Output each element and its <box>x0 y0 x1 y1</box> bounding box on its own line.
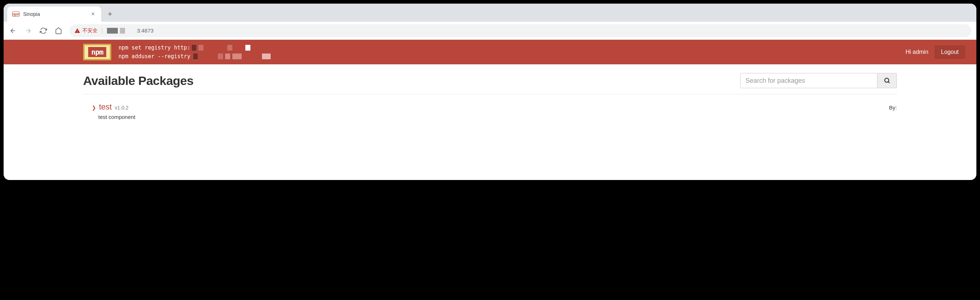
address-bar[interactable]: 不安全 3:4873 <box>69 24 971 37</box>
package-by-label: By: <box>889 104 897 111</box>
svg-line-1 <box>888 82 890 83</box>
tab-favicon-icon: npm <box>12 11 19 17</box>
browser-toolbar: 不安全 3:4873 <box>3 22 977 40</box>
insecure-label: 不安全 <box>83 27 97 34</box>
home-button[interactable] <box>54 27 63 34</box>
main-content: Available Packages ❯ test v1.0.2 By: tes… <box>3 64 977 180</box>
forward-button[interactable] <box>24 27 32 34</box>
search-input[interactable] <box>740 73 877 88</box>
home-icon <box>55 27 62 34</box>
url-port: 3:4873 <box>137 27 154 34</box>
cmd-set-registry: npm set registry http: <box>119 43 191 52</box>
user-greeting: Hi admin <box>905 49 928 55</box>
page-title: Available Packages <box>83 74 193 88</box>
browser-window: npm Sinopia × + 不安全 3:4 <box>3 3 977 180</box>
reload-button[interactable] <box>39 27 48 34</box>
reload-icon <box>40 27 47 34</box>
url-text: 3:4873 <box>106 27 154 34</box>
warning-icon <box>75 28 80 34</box>
header-right: Hi admin Logout <box>905 46 965 59</box>
tab-bar: npm Sinopia × + <box>3 3 977 22</box>
cmd-adduser: npm adduser --registry <box>119 52 191 61</box>
npm-logo-text: npm <box>88 47 106 57</box>
arrow-left-icon <box>10 27 17 34</box>
package-head: ❯ test v1.0.2 By: <box>92 102 897 112</box>
package-description: test component <box>98 114 897 120</box>
registry-commands: npm set registry http: npm adduser --reg… <box>119 43 898 61</box>
search-button[interactable] <box>877 73 897 88</box>
package-name[interactable]: test <box>99 102 112 112</box>
chevron-right-icon[interactable]: ❯ <box>92 105 96 111</box>
logout-button[interactable]: Logout <box>935 46 965 59</box>
browser-tab[interactable]: npm Sinopia × <box>7 6 101 22</box>
npm-logo: npm <box>83 44 111 61</box>
insecure-badge: 不安全 <box>75 27 102 34</box>
svg-point-0 <box>885 78 889 82</box>
back-button[interactable] <box>9 27 18 34</box>
close-icon[interactable]: × <box>90 10 96 18</box>
search-wrap <box>740 73 897 88</box>
search-icon <box>884 77 890 84</box>
app-header: npm npm set registry http: npm adduser -… <box>3 40 977 64</box>
package-entry: ❯ test v1.0.2 By: test component <box>83 102 897 120</box>
tab-title: Sinopia <box>23 11 86 17</box>
package-title-group: ❯ test v1.0.2 <box>92 102 129 112</box>
package-version: v1.0.2 <box>115 105 128 111</box>
new-tab-button[interactable]: + <box>108 10 112 19</box>
heading-row: Available Packages <box>83 73 897 94</box>
arrow-right-icon <box>25 27 32 34</box>
